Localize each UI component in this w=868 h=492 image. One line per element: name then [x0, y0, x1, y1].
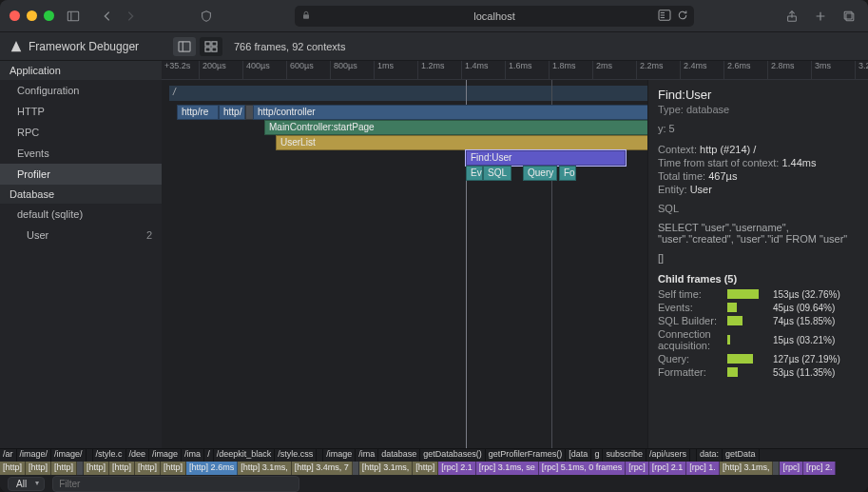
sidebar-item[interactable]: Events [0, 143, 162, 164]
flame-graph[interactable]: / http/rehttp/http/controllerhttp/MainCo… [162, 80, 647, 448]
footer-blocks-row: [http][http][http][http][http][http][htt… [0, 462, 868, 475]
inspector-time-from-start: Time from start of context: 1.44ms [658, 157, 858, 168]
footer-block[interactable] [353, 462, 359, 475]
footer-filter-input[interactable] [52, 476, 299, 492]
stage: / http/rehttp/http/controllerhttp/MainCo… [162, 80, 868, 448]
inspector-sql-label: SQL [658, 203, 858, 214]
svg-rect-15 [212, 41, 217, 45]
flame-span[interactable]: UserList [276, 135, 647, 150]
footer-label [87, 449, 93, 462]
share-icon[interactable] [782, 7, 801, 26]
footer-block[interactable]: [rpc] [780, 462, 803, 475]
footer-label: /deepkit_black [214, 449, 276, 462]
flame-span[interactable]: Fo [559, 166, 576, 181]
footer-block[interactable]: [rpc] 3.1ms, se [476, 462, 539, 475]
footer-label: /ima [182, 449, 204, 462]
footer-block[interactable]: [rpc] 2.1 [438, 462, 476, 475]
footer-block[interactable]: [rpc] [626, 462, 649, 475]
titlebar: localhost [0, 0, 868, 32]
sidebar-item[interactable]: Profiler [0, 164, 162, 185]
toolbar: Framework Debugger 766 frames, 92 contex… [0, 32, 868, 61]
inspector-children-header: Child frames (5) [658, 273, 858, 285]
flame-span[interactable]: http/controller [253, 105, 647, 120]
svg-rect-12 [179, 41, 190, 50]
sidebar-item[interactable]: User2 [0, 225, 162, 246]
address-field[interactable]: localhost [295, 6, 694, 27]
footer-label: /style.c [93, 449, 126, 462]
footer-block[interactable]: [http] 3.1ms, [359, 462, 414, 475]
nav-buttons [98, 7, 140, 26]
svg-rect-14 [205, 41, 210, 45]
new-tab-icon[interactable] [811, 7, 830, 26]
brand: Framework Debugger [10, 40, 162, 53]
footer-filter-row: All [0, 475, 868, 492]
footer-label: subscribe [603, 449, 646, 462]
ruler-tick: 200µs [200, 61, 243, 79]
footer-block[interactable] [773, 462, 780, 475]
footer-filter-select[interactable]: All [8, 477, 45, 491]
flame-span[interactable]: Query [523, 166, 557, 181]
ruler-tick: 800µs [331, 61, 375, 79]
footer-block[interactable]: [rpc] 5.1ms, 0 frames [539, 462, 627, 475]
footer-labels-row: /ar/image//image//style.c/dee/image/ima/… [0, 449, 868, 462]
sidebar-item[interactable]: HTTP [0, 101, 162, 122]
flame-span[interactable]: http/ [219, 105, 245, 120]
minimize-window-button[interactable] [27, 10, 37, 21]
footer-block[interactable]: [http] [0, 462, 26, 475]
footer-block[interactable]: [http] [135, 462, 161, 475]
footer-block[interactable]: [http] 3.1ms, [720, 462, 774, 475]
back-button[interactable] [98, 7, 117, 26]
footer-block[interactable]: [http] [51, 462, 77, 475]
footer-block[interactable]: [rpc] 2. [803, 462, 837, 475]
forward-button[interactable] [121, 7, 140, 26]
footer-label: /dee [126, 449, 150, 462]
inspector-y: y: 5 [658, 123, 858, 134]
footer-block[interactable]: [http] [413, 462, 438, 475]
footer-block[interactable] [77, 462, 84, 475]
zoom-window-button[interactable] [44, 10, 54, 21]
footer-label: [data [566, 449, 591, 462]
footer-block[interactable]: [http] [109, 462, 135, 475]
sidebar-item[interactable]: default (sqlite) [0, 204, 162, 225]
footer-block[interactable]: [http] [161, 462, 186, 475]
flame-span[interactable]: Ev [466, 166, 483, 181]
sidebar-item[interactable]: Configuration [0, 80, 162, 101]
flame-span[interactable]: SQL [483, 166, 511, 181]
footer-label: database [378, 449, 420, 462]
ruler-tick: 2.2ms [637, 61, 681, 79]
inspector-children: Self time:153µs (32.76%)Events:45µs (09.… [658, 288, 858, 378]
footer-block[interactable]: [http] 2.6ms [186, 462, 238, 475]
footer-block[interactable]: [http] [26, 462, 51, 475]
privacy-report-icon[interactable] [197, 7, 216, 26]
reload-icon[interactable] [677, 10, 688, 23]
ruler-tick: 1.6ms [506, 61, 550, 79]
flame-root[interactable]: / [169, 86, 647, 101]
footer-label: /image/ [51, 449, 87, 462]
footer-label: /image/ [17, 449, 52, 462]
footer-block[interactable]: [http] 3.1ms, [238, 462, 292, 475]
reader-icon[interactable] [658, 10, 671, 23]
sidebar-item[interactable]: RPC [0, 122, 162, 143]
sidebar-toggle-icon[interactable] [64, 7, 83, 26]
flame-span[interactable]: Find:User [466, 150, 626, 166]
time-ruler[interactable]: +35.2s200µs400µs600µs800µs1ms1.2ms1.4ms1… [162, 61, 868, 80]
footer-label: getDatabases() [420, 449, 486, 462]
ruler-tick: 2.6ms [724, 61, 768, 79]
flame-span[interactable]: MainController:startPage [264, 120, 647, 135]
footer-block[interactable]: [http] [84, 462, 109, 475]
tabs-overview-icon[interactable] [839, 7, 858, 26]
footer-block[interactable]: [rpc] 1. [686, 462, 720, 475]
titlebar-right [782, 7, 858, 26]
inspector-sql: SELECT "user"."username", "user"."create… [658, 222, 858, 245]
flame-span[interactable]: http/re [177, 105, 219, 120]
child-frame-row: Connection acquisition:15µs (03.21%) [658, 328, 858, 351]
list-view-button[interactable] [173, 37, 196, 56]
toolbar-stats: 766 frames, 92 contexts [234, 41, 345, 52]
brand-label: Framework Debugger [29, 40, 139, 53]
svg-rect-17 [212, 47, 217, 50]
footer-block[interactable]: [rpc] 2.1 [649, 462, 687, 475]
footer-label: / [204, 449, 214, 462]
grid-view-button[interactable] [200, 37, 222, 56]
close-window-button[interactable] [10, 10, 20, 21]
footer-block[interactable]: [http] 3.4ms, 7 [292, 462, 353, 475]
